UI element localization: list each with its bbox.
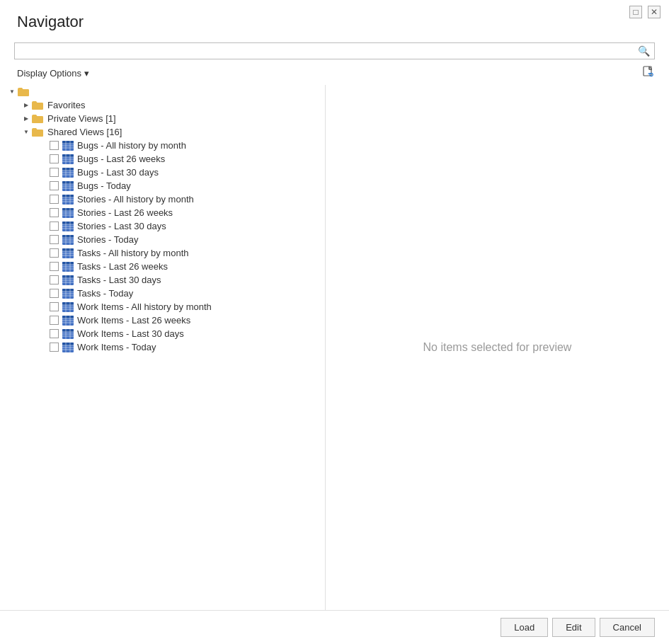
tree-item[interactable]: Work Items - Last 30 days [7, 327, 325, 340]
item-label: Stories - Today [77, 234, 138, 245]
item-checkbox[interactable] [50, 181, 59, 190]
tree-item[interactable]: Bugs - Today [7, 179, 325, 192]
table-icon [62, 208, 74, 218]
table-icon [62, 222, 74, 231]
item-checkbox[interactable] [50, 141, 59, 150]
search-input[interactable] [19, 46, 638, 57]
tree-item[interactable]: Stories - All history by month [7, 192, 325, 206]
item-label: Work Items - All history by month [77, 301, 212, 312]
tree-item[interactable]: Work Items - Last 26 weeks [7, 314, 325, 327]
shared-views-folder-icon [31, 127, 44, 137]
minimize-button[interactable]: □ [629, 6, 642, 18]
svg-rect-52 [62, 235, 74, 238]
item-label: Tasks - All history by month [77, 248, 189, 258]
favorites-chevron: ▶ [21, 102, 31, 108]
item-checkbox[interactable] [50, 329, 59, 338]
item-label: Bugs - Last 30 days [77, 167, 159, 178]
tree-folder-shared-views[interactable]: ▼ Shared Views [16] [7, 125, 325, 139]
favorites-folder-icon [31, 100, 44, 110]
empty-preview-text: No items selected for preview [423, 341, 572, 354]
item-checkbox[interactable] [50, 168, 59, 177]
table-icon [62, 289, 74, 299]
tree-item[interactable]: Bugs - Last 26 weeks [7, 152, 325, 166]
tree-item[interactable]: Stories - Last 26 weeks [7, 206, 325, 219]
private-views-label: Private Views [1] [47, 113, 116, 124]
item-checkbox[interactable] [50, 222, 59, 231]
item-label: Bugs - Last 26 weeks [77, 154, 165, 164]
item-label: Stories - Last 26 weeks [77, 207, 173, 218]
display-options-button[interactable]: Display Options ▾ [14, 67, 92, 80]
toolbar: Display Options ▾ [14, 65, 655, 81]
shared-views-chevron: ▼ [21, 129, 31, 135]
footer: Load Edit Cancel [0, 610, 669, 644]
item-label: Tasks - Last 26 weeks [77, 261, 168, 272]
tree-item[interactable]: Stories - Today [7, 233, 325, 246]
item-checkbox[interactable] [50, 316, 59, 325]
title-bar: □ ✕ [621, 0, 669, 21]
item-checkbox[interactable] [50, 235, 59, 244]
root-folder-icon [17, 86, 30, 97]
edit-button[interactable]: Edit [552, 618, 595, 637]
table-icon [62, 195, 74, 205]
tree-item[interactable]: Bugs - All history by month [7, 139, 325, 152]
item-label: Tasks - Today [77, 288, 133, 299]
table-icon [62, 235, 74, 245]
item-checkbox[interactable] [50, 208, 59, 217]
svg-rect-24 [62, 181, 74, 184]
svg-rect-101 [62, 329, 74, 332]
item-label: Stories - Last 30 days [77, 221, 166, 231]
item-label: Tasks - Last 30 days [77, 275, 161, 285]
dropdown-arrow-icon: ▾ [84, 68, 89, 79]
table-icon [62, 154, 74, 164]
item-label: Work Items - Last 26 weeks [77, 315, 190, 326]
item-label: Bugs - All history by month [77, 140, 186, 151]
svg-rect-3 [62, 141, 74, 144]
table-icon [62, 275, 74, 285]
search-icon: 🔍 [638, 45, 650, 57]
tree-item[interactable]: Work Items - Today [7, 340, 325, 354]
item-checkbox[interactable] [50, 302, 59, 311]
item-checkbox[interactable] [50, 195, 59, 204]
table-icon [62, 316, 74, 326]
preview-panel: No items selected for preview [326, 85, 669, 610]
item-checkbox[interactable] [50, 275, 59, 284]
cancel-button[interactable]: Cancel [600, 618, 655, 637]
refresh-icon[interactable] [642, 65, 655, 81]
svg-rect-38 [62, 208, 74, 211]
tree-item[interactable]: Tasks - Today [7, 287, 325, 300]
tree-item[interactable]: Tasks - All history by month [7, 246, 325, 260]
svg-rect-17 [62, 168, 74, 171]
table-icon [62, 302, 74, 312]
shared-views-label: Shared Views [16] [47, 127, 122, 137]
item-checkbox[interactable] [50, 262, 59, 271]
close-button[interactable]: ✕ [648, 6, 661, 18]
svg-rect-80 [62, 289, 74, 292]
svg-rect-10 [62, 154, 74, 157]
load-button[interactable]: Load [501, 618, 548, 637]
tree-item[interactable]: Work Items - All history by month [7, 300, 325, 314]
table-icon [62, 343, 74, 352]
svg-rect-73 [62, 275, 74, 278]
item-checkbox[interactable] [50, 248, 59, 258]
window-title: Navigator [17, 13, 84, 31]
private-views-chevron: ▶ [21, 115, 31, 122]
item-checkbox[interactable] [50, 289, 59, 298]
tree-folder-favorites[interactable]: ▶ Favorites [7, 98, 325, 112]
svg-rect-45 [62, 222, 74, 224]
item-checkbox[interactable] [50, 343, 59, 352]
display-options-label: Display Options [17, 68, 81, 79]
item-checkbox[interactable] [50, 154, 59, 163]
svg-rect-108 [62, 343, 74, 345]
item-label: Work Items - Today [77, 342, 156, 352]
item-label: Work Items - Last 30 days [77, 328, 184, 339]
table-icon [62, 248, 74, 258]
tree-item[interactable]: Stories - Last 30 days [7, 219, 325, 233]
tree-item[interactable]: Tasks - Last 30 days [7, 273, 325, 287]
tree-item[interactable]: Bugs - Last 30 days [7, 166, 325, 179]
tree-item[interactable]: Tasks - Last 26 weeks [7, 260, 325, 273]
tree-folder-private-views[interactable]: ▶ Private Views [1] [7, 112, 325, 125]
svg-rect-87 [62, 302, 74, 305]
table-icon [62, 262, 74, 272]
private-views-folder-icon [31, 113, 44, 124]
tree-root[interactable]: ▼ [7, 85, 325, 98]
